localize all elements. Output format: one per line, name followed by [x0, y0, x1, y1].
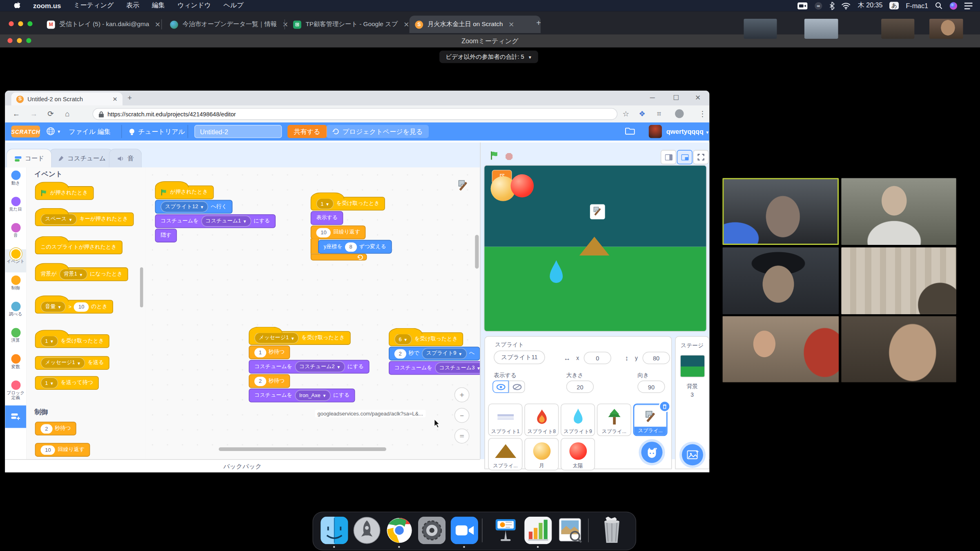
new-tab-button[interactable]: + — [536, 18, 541, 27]
message-dropdown[interactable]: メッセージ1▼ — [40, 358, 85, 369]
minimize-window-button[interactable] — [17, 38, 22, 43]
block-hide[interactable]: 隠す — [155, 229, 177, 242]
zoom-window-button[interactable] — [27, 21, 32, 26]
block-wait[interactable]: 2秒待つ — [35, 422, 77, 435]
close-tab-icon[interactable]: ✕ — [508, 20, 514, 29]
category-events[interactable]: イベント — [5, 249, 26, 273]
number-input[interactable]: 10 — [74, 302, 89, 311]
category-operators[interactable]: 演算 — [5, 328, 26, 351]
sprite-mountain[interactable] — [579, 237, 609, 256]
participant-video[interactable] — [841, 178, 956, 245]
close-window-button[interactable] — [7, 38, 12, 43]
siri-icon[interactable] — [949, 2, 958, 10]
small-stage-button[interactable] — [661, 150, 676, 164]
delete-sprite-badge[interactable] — [659, 400, 670, 412]
wifi-icon[interactable] — [842, 2, 851, 9]
x-input[interactable]: 0 — [584, 352, 611, 364]
participant-video[interactable] — [722, 316, 839, 382]
number-input[interactable]: 8 — [345, 242, 357, 251]
address-bar[interactable]: https://scratch.mit.edu/projects/4214986… — [93, 108, 618, 120]
camera-status-icon[interactable] — [798, 2, 808, 9]
vertical-scrollbar[interactable] — [475, 235, 479, 269]
number-input[interactable]: 10 — [316, 228, 331, 237]
block-when-loudness[interactable]: 音量▼>10のとき — [35, 300, 113, 314]
show-button[interactable] — [492, 380, 509, 393]
block-switch-costume[interactable]: コスチュームをコスチューム3▼に — [389, 361, 480, 375]
floating-video-thumbnail[interactable] — [881, 19, 914, 39]
home-icon[interactable]: ⌂ — [65, 109, 69, 118]
menu-edit[interactable]: 編集 — [145, 1, 171, 10]
target-dropdown[interactable]: スプライト9▼ — [422, 348, 467, 360]
menu-window[interactable]: ウィンドウ — [171, 1, 217, 10]
block-switch-costume[interactable]: コスチュームをコスチューム1▼にする — [155, 214, 276, 228]
spotlight-icon[interactable] — [935, 2, 942, 9]
costume-dropdown[interactable]: コスチューム3▼ — [435, 362, 480, 374]
share-button[interactable]: 共有する — [287, 125, 327, 138]
block-when-i-receive[interactable]: 1▼を受け取ったとき — [35, 334, 110, 348]
message-dropdown[interactable]: 1▼ — [40, 335, 58, 347]
block-wait[interactable]: 1秒待つ — [249, 345, 290, 359]
costume-dropdown[interactable]: Iron_Axe▼ — [295, 390, 331, 401]
participant-video[interactable] — [722, 247, 839, 314]
sprite-tile[interactable]: スプライ... — [488, 438, 522, 471]
menu-app-name[interactable]: zoom.us — [27, 2, 67, 9]
block-switch-costume[interactable]: コスチュームをIron_Axe▼にする — [249, 389, 355, 402]
costume-dropdown[interactable]: コスチューム1▼ — [201, 216, 251, 227]
category-myblocks[interactable]: ブロック定義 — [5, 380, 26, 404]
scratch-logo[interactable]: SCRATCH — [11, 126, 40, 138]
tab-costumes[interactable]: コスチューム — [49, 149, 114, 167]
block-when-i-receive[interactable]: 6▼を受け取ったとき — [389, 332, 463, 346]
hide-button[interactable] — [509, 380, 525, 393]
block-broadcast-and-wait[interactable]: 1▼を送って待つ — [35, 376, 99, 390]
size-input[interactable]: 20 — [566, 380, 594, 393]
system-preferences-dock-icon[interactable] — [418, 517, 445, 544]
message-dropdown[interactable]: 1▼ — [316, 198, 334, 209]
bookmark-star-icon[interactable]: ☆ — [622, 109, 629, 118]
block-repeat[interactable]: 10回繰り返す — [35, 443, 90, 457]
block-when-key-pressed[interactable]: スペース▼キーが押されたとき — [35, 212, 134, 226]
tutorials-menu[interactable]: チュートリアル — [129, 127, 185, 136]
stage-selector-panel[interactable]: ステージ 背景 3 — [675, 336, 709, 469]
project-page-button[interactable]: プロジェクトページを見る — [326, 125, 429, 138]
number-input[interactable]: 1 — [254, 348, 266, 357]
maximize-icon[interactable]: ☐ — [673, 94, 679, 102]
costume-dropdown[interactable]: コスチューム2▼ — [295, 361, 345, 373]
participant-video-active[interactable] — [722, 178, 839, 245]
close-icon[interactable]: ✕ — [695, 94, 701, 102]
keynote-dock-icon[interactable] — [492, 517, 519, 544]
green-flag-button[interactable] — [490, 151, 499, 163]
y-input[interactable]: 80 — [642, 352, 670, 364]
category-looks[interactable]: 見た目 — [5, 197, 26, 220]
creative-cloud-icon[interactable]: ∞ — [815, 2, 823, 10]
add-backdrop-button[interactable] — [682, 444, 703, 465]
block-switch-costume[interactable]: コスチュームをコスチューム2▼にする — [249, 360, 369, 374]
block-when-backdrop-switches[interactable]: 背景が背景1▼になったとき — [35, 267, 128, 281]
sprite-waterdrop[interactable] — [548, 259, 564, 288]
horizontal-scrollbar[interactable] — [219, 447, 386, 451]
number-input[interactable]: 2 — [254, 376, 266, 386]
add-extension-button[interactable] — [5, 405, 26, 428]
tab-code[interactable]: コード — [6, 149, 52, 167]
sprite-tile[interactable]: 月 — [524, 438, 559, 471]
backpack-bar[interactable]: バックパック — [5, 459, 480, 472]
tab-gmail[interactable]: M 受信トレイ (5) - kan.daiki@gma✕ — [41, 16, 170, 33]
floating-video-thumbnail[interactable] — [929, 19, 963, 39]
nonvideo-participants-button[interactable]: ビデオ以外の参加者の合計: 5 ▼ — [439, 50, 539, 64]
sprite-sun[interactable] — [511, 174, 534, 198]
sprite-tile-selected[interactable]: スプライ... — [633, 404, 668, 436]
sprite-tile[interactable]: スプライト8 — [524, 404, 559, 436]
menu-view[interactable]: 表示 — [120, 1, 146, 10]
close-window-button[interactable] — [9, 21, 13, 26]
browser-tab[interactable]: S Untitled-2 on Scratch ✕ — [11, 93, 122, 106]
tab-scratch-active[interactable]: S 月火水木金土日 on Scratch✕ — [410, 16, 541, 33]
block-when-i-receive[interactable]: メッセージ1▼を受け取ったとき — [249, 331, 350, 345]
zoom-dock-icon[interactable] — [451, 517, 478, 544]
block-show[interactable]: 表示する — [311, 211, 343, 225]
block-change-y[interactable]: y座標を8ずつ変える — [318, 240, 392, 254]
file-menu[interactable]: ファイル — [69, 127, 96, 136]
sprite-axe[interactable] — [590, 204, 605, 220]
message-dropdown[interactable]: メッセージ1▼ — [254, 332, 299, 344]
bluetooth-icon[interactable] — [830, 2, 835, 10]
reload-icon[interactable]: ⟳ — [47, 109, 53, 118]
reading-list-icon[interactable]: ❖ — [639, 109, 645, 118]
